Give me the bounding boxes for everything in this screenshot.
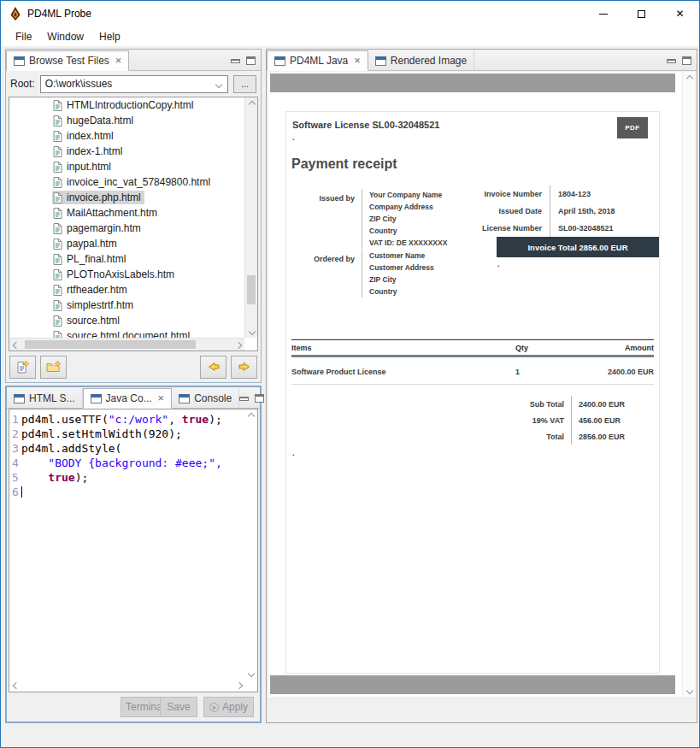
file-row[interactable]: source.html	[9, 313, 244, 328]
new-file-button[interactable]	[9, 356, 36, 379]
back-button[interactable]	[200, 356, 226, 379]
apply-label: Apply	[222, 701, 248, 713]
arrow-right-icon	[238, 361, 251, 373]
tab-label: HTML S...	[29, 392, 75, 404]
code-editor-panel: HTML S... Java Co... ✕ Console 1pd4ml.us…	[5, 386, 262, 723]
panel-maximize-icon[interactable]	[682, 56, 691, 65]
file-icon	[53, 223, 62, 234]
root-path-combobox[interactable]: O:\work\issues	[40, 75, 228, 93]
code-line: 1pd4ml.useTTF("c:/work", true);	[9, 412, 244, 427]
file-icon	[53, 300, 62, 311]
file-row[interactable]: input.html	[9, 159, 244, 174]
panel-minimize-icon[interactable]	[239, 397, 249, 401]
file-row[interactable]: hugeData.html	[9, 113, 244, 128]
scroll-right-icon[interactable]	[232, 679, 245, 692]
tab-html-source[interactable]: HTML S...	[7, 388, 83, 409]
menu-file[interactable]: File	[8, 29, 39, 44]
code-tab-bar: HTML S... Java Co... ✕ Console	[7, 387, 260, 409]
file-row[interactable]: HTMLIntroductionCopy.html	[9, 97, 244, 113]
close-icon: ✕	[675, 9, 684, 19]
code-line: 2pd4ml.setHtmlWidth(920);	[9, 427, 244, 441]
file-name: input.html	[67, 161, 111, 173]
scroll-up-icon[interactable]	[244, 409, 257, 422]
terminate-button[interactable]: Terminate	[121, 697, 161, 717]
file-row[interactable]: paypal.htm	[9, 236, 244, 251]
file-tree-horizontal-scrollbar[interactable]	[9, 338, 244, 350]
file-icon	[53, 131, 62, 142]
menu-help[interactable]: Help	[91, 29, 128, 44]
file-row[interactable]: MailAttachment.htm	[9, 205, 244, 221]
viewer-vertical-scrollbar[interactable]	[682, 72, 695, 697]
scroll-down-icon[interactable]	[683, 684, 696, 697]
scroll-up-icon[interactable]	[245, 97, 258, 110]
file-tree-container: HTMLIntroductionCopy.htmlhugeData.htmlin…	[9, 97, 258, 351]
forward-button[interactable]	[231, 356, 257, 379]
panel-minimize-icon[interactable]	[231, 59, 240, 63]
tab-close-icon[interactable]: ✕	[352, 56, 361, 65]
col-qty-header: Qty	[515, 344, 567, 352]
scroll-down-icon[interactable]	[244, 667, 257, 680]
tab-close-icon[interactable]: ✕	[114, 56, 122, 65]
root-label: Root:	[10, 78, 35, 90]
panel-maximize-icon[interactable]	[246, 56, 256, 65]
java-code-editor[interactable]: 1pd4ml.useTTF("c:/work", true);2pd4ml.se…	[9, 409, 258, 692]
pdf-preview-area[interactable]: Software License SL00-32048521 PDF . Pay…	[268, 72, 695, 697]
party-block: Ordered byCustomer NameCustomer AddressZ…	[291, 250, 488, 297]
tab-label: Browse Test Files	[29, 55, 109, 67]
scrollbar-thumb[interactable]	[25, 340, 196, 349]
file-row[interactable]: source html document.html	[9, 328, 244, 338]
maximize-button[interactable]	[622, 1, 661, 27]
apply-button[interactable]: Apply	[203, 697, 254, 717]
file-row[interactable]: index-1.html	[9, 144, 244, 159]
file-row[interactable]: PL_final.html	[9, 251, 244, 267]
pdf-viewer-panel: PD4ML Java ✕ Rendered Image Software Lic…	[266, 49, 697, 723]
tab-java-code[interactable]: Java Co... ✕	[83, 388, 173, 409]
menu-window[interactable]: Window	[39, 29, 91, 44]
arrow-left-icon	[207, 361, 221, 373]
file-row[interactable]: PLOTnoAxisLabels.htm	[9, 267, 244, 282]
panel-minimize-icon[interactable]	[667, 59, 676, 63]
tab-label: Java Co...	[106, 392, 152, 404]
tab-pd4ml-java[interactable]: PD4ML Java ✕	[267, 50, 368, 71]
dot-text: .	[292, 133, 295, 142]
invoice-table-header: Items Qty Amount	[291, 339, 654, 357]
item-name: Software Product License	[291, 368, 515, 376]
scroll-right-icon[interactable]	[232, 339, 244, 351]
browse-folder-button[interactable]: ...	[233, 75, 256, 93]
tab-rendered-image[interactable]: Rendered Image	[368, 50, 474, 71]
panel-maximize-icon[interactable]	[255, 394, 264, 403]
file-tree-vertical-scrollbar[interactable]	[244, 97, 257, 338]
scrollbar-thumb[interactable]	[247, 275, 256, 304]
file-name: hugeData.html	[67, 115, 133, 127]
close-button[interactable]: ✕	[661, 1, 699, 27]
scroll-left-icon[interactable]	[9, 339, 22, 351]
tab-label: Console	[194, 392, 232, 404]
file-icon	[53, 239, 62, 250]
save-button[interactable]: Save	[160, 697, 197, 717]
file-row[interactable]: invoice.php.html	[9, 190, 244, 205]
pdf-badge[interactable]: PDF	[617, 117, 648, 138]
scroll-up-icon[interactable]	[683, 72, 696, 85]
file-icon	[53, 100, 62, 111]
scroll-down-icon[interactable]	[245, 325, 258, 338]
new-folder-button[interactable]	[40, 356, 67, 379]
app-window: PD4ML Probe ✕ FileWindowHelp Browse Test…	[0, 0, 700, 748]
text-cursor	[21, 486, 22, 498]
view-icon	[14, 394, 25, 403]
tab-console[interactable]: Console	[172, 388, 239, 409]
file-row[interactable]: index.html	[9, 128, 244, 144]
file-row[interactable]: pagemargin.htm	[9, 221, 244, 236]
payment-receipt-heading: Payment receipt	[291, 156, 397, 172]
file-row[interactable]: simplestrtf.htm	[9, 297, 244, 313]
file-name: invoice_inc_vat_57849800.html	[67, 176, 210, 188]
file-row[interactable]: invoice_inc_vat_57849800.html	[9, 174, 244, 190]
file-row[interactable]: rtfheader.htm	[9, 282, 244, 297]
invoice-meta: Invoice Number1804-123Issued DateApril 1…	[447, 186, 656, 237]
dot-text: .	[497, 260, 500, 268]
minimize-button[interactable]	[584, 1, 622, 27]
tab-close-icon[interactable]: ✕	[156, 394, 165, 403]
tab-browse-test-files[interactable]: Browse Test Files ✕	[6, 50, 129, 71]
scroll-left-icon[interactable]	[9, 679, 22, 692]
file-name: HTMLIntroductionCopy.html	[67, 99, 194, 111]
new-folder-icon	[46, 360, 62, 374]
